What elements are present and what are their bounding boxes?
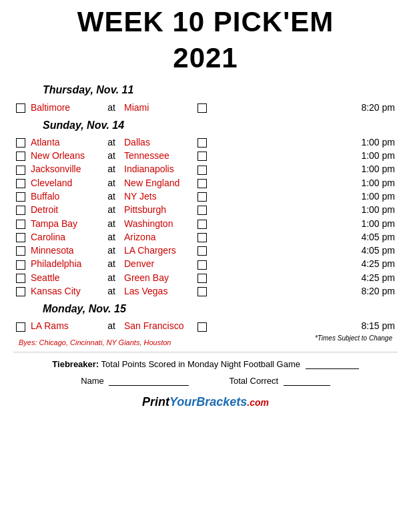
- at-label: at: [101, 319, 121, 332]
- team1-name: Kansas City: [28, 284, 101, 298]
- game-time: 4:25 pm: [210, 257, 398, 270]
- team1-checkbox[interactable]: [16, 274, 25, 283]
- team1-name: Jacksonville: [28, 162, 101, 176]
- team2-checkbox[interactable]: [197, 206, 207, 215]
- team2-checkbox[interactable]: [197, 138, 207, 148]
- at-label: at: [101, 190, 121, 203]
- team2-checkbox[interactable]: [197, 260, 207, 270]
- at-label: at: [101, 162, 121, 176]
- team2-name: Miami: [121, 100, 195, 113]
- team1-name: Minnesota: [28, 244, 101, 257]
- team1-checkbox[interactable]: [16, 233, 25, 242]
- team1-name: Philadelphia: [28, 257, 101, 270]
- table-row: New Orleans at Tennessee 1:00 pm: [13, 149, 398, 162]
- table-row: Detroit at Pittsburgh 1:00 pm: [13, 203, 398, 216]
- at-label: at: [101, 230, 121, 244]
- team2-checkbox[interactable]: [197, 179, 207, 188]
- game-time: 1:00 pm: [210, 136, 398, 149]
- table-row: Buffalo at NY Jets 1:00 pm: [13, 190, 398, 203]
- team2-name: San Francisco: [121, 319, 195, 332]
- brand-your: Your: [169, 395, 196, 409]
- team2-checkbox[interactable]: [197, 322, 207, 332]
- name-field: Name: [81, 376, 189, 386]
- table-row: Baltimore at Miami 8:20 pm: [13, 100, 398, 113]
- team2-checkbox[interactable]: [197, 287, 207, 296]
- total-field: Total Correct: [229, 376, 330, 386]
- team2-name: New England: [121, 176, 195, 190]
- game-time: 1:00 pm: [210, 216, 398, 230]
- table-row: Minnesota at LA Chargers 4:05 pm: [13, 244, 398, 257]
- team1-name: Seattle: [28, 271, 101, 284]
- team2-checkbox[interactable]: [197, 152, 207, 161]
- at-label: at: [101, 284, 121, 298]
- game-time: 1:00 pm: [210, 176, 398, 190]
- table-row: Jacksonville at Indianapolis 1:00 pm: [13, 162, 398, 176]
- team1-checkbox[interactable]: [16, 260, 25, 270]
- table-row: Atlanta at Dallas 1:00 pm: [13, 136, 398, 149]
- team1-name: Carolina: [28, 230, 101, 244]
- team2-checkbox[interactable]: [197, 274, 207, 283]
- game-time: 1:00 pm: [210, 203, 398, 216]
- at-label: at: [101, 100, 121, 113]
- tiebreaker-input[interactable]: [306, 368, 359, 369]
- brand-com: .com: [247, 397, 269, 408]
- name-row: Name Total Correct: [13, 376, 398, 386]
- team2-checkbox[interactable]: [197, 233, 207, 242]
- team1-checkbox[interactable]: [16, 246, 25, 256]
- team1-checkbox[interactable]: [16, 179, 25, 188]
- table-row: Seattle at Green Bay 4:25 pm: [13, 271, 398, 284]
- game-time: 4:05 pm: [210, 230, 398, 244]
- table-row: Philadelphia at Denver 4:25 pm: [13, 257, 398, 270]
- team1-checkbox[interactable]: [16, 103, 25, 113]
- team2-checkbox[interactable]: [197, 220, 207, 229]
- team1-checkbox[interactable]: [16, 152, 25, 161]
- brand-brackets: Brackets: [196, 395, 247, 409]
- team2-checkbox[interactable]: [197, 246, 207, 256]
- game-time: 8:15 pm: [210, 319, 398, 332]
- team1-checkbox[interactable]: [16, 192, 25, 202]
- team2-name: Pittsburgh: [121, 203, 195, 216]
- team2-checkbox[interactable]: [197, 103, 207, 113]
- team1-name: Atlanta: [28, 136, 101, 149]
- team1-checkbox[interactable]: [16, 138, 25, 148]
- day-header: Thursday, Nov. 11: [43, 84, 395, 96]
- day-header: Sunday, Nov. 14: [43, 119, 395, 131]
- team1-checkbox[interactable]: [16, 206, 25, 215]
- name-input[interactable]: [109, 385, 189, 386]
- team2-name: Dallas: [121, 136, 195, 149]
- team2-name: Green Bay: [121, 271, 195, 284]
- table-row: Cleveland at New England 1:00 pm: [13, 176, 398, 190]
- team1-checkbox[interactable]: [16, 322, 25, 332]
- team2-checkbox[interactable]: [197, 192, 207, 202]
- at-label: at: [101, 244, 121, 257]
- at-label: at: [101, 149, 121, 162]
- at-label: at: [101, 136, 121, 149]
- tiebreaker-label: Tiebreaker:: [52, 359, 99, 369]
- table-row: Kansas City at Las Vegas 8:20 pm: [13, 284, 398, 298]
- at-label: at: [101, 203, 121, 216]
- game-time: 1:00 pm: [210, 190, 398, 203]
- team1-checkbox[interactable]: [16, 287, 25, 296]
- game-time: 8:20 pm: [210, 100, 398, 113]
- team2-name: Tennessee: [121, 149, 195, 162]
- team1-name: Tampa Bay: [28, 216, 101, 230]
- at-label: at: [101, 271, 121, 284]
- total-input[interactable]: [284, 385, 330, 386]
- title: WEEK 10 PICK'EM 2021: [13, 7, 398, 73]
- game-time: 1:00 pm: [210, 162, 398, 176]
- team1-checkbox[interactable]: [16, 166, 25, 175]
- name-label: Name: [81, 376, 104, 386]
- team2-name: Las Vegas: [121, 284, 195, 298]
- tiebreaker-row: Tiebreaker: Total Points Scored in Monda…: [13, 359, 398, 369]
- table-row: Carolina at Arizona 4:05 pm: [13, 230, 398, 244]
- game-time: 4:25 pm: [210, 271, 398, 284]
- team2-name: Denver: [121, 257, 195, 270]
- team1-checkbox[interactable]: [16, 220, 25, 229]
- games-table: Thursday, Nov. 11 Baltimore at Miami 8:2…: [13, 79, 398, 332]
- at-label: at: [101, 176, 121, 190]
- team1-name: Baltimore: [28, 100, 101, 113]
- team2-name: Arizona: [121, 230, 195, 244]
- brand-footer: PrintYourBrackets.com: [13, 395, 398, 409]
- byes-text: Byes: Chicago, Cincinnati, NY Giants, Ho…: [19, 338, 171, 346]
- team2-checkbox[interactable]: [197, 166, 207, 175]
